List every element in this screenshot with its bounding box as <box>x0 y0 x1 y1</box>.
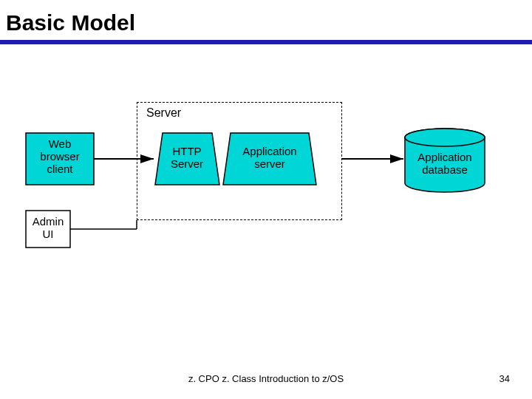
footer-text: z. CPO z. Class Introduction to z/OS <box>0 373 532 384</box>
diagram-svg: Webbrowserclient AdminUI HTTPServer Appl… <box>0 0 532 399</box>
app-db-label: Applicationdatabase <box>417 151 471 176</box>
page-number: 34 <box>499 373 510 384</box>
http-server-label: HTTPServer <box>171 145 203 170</box>
svg-point-1 <box>405 129 485 146</box>
